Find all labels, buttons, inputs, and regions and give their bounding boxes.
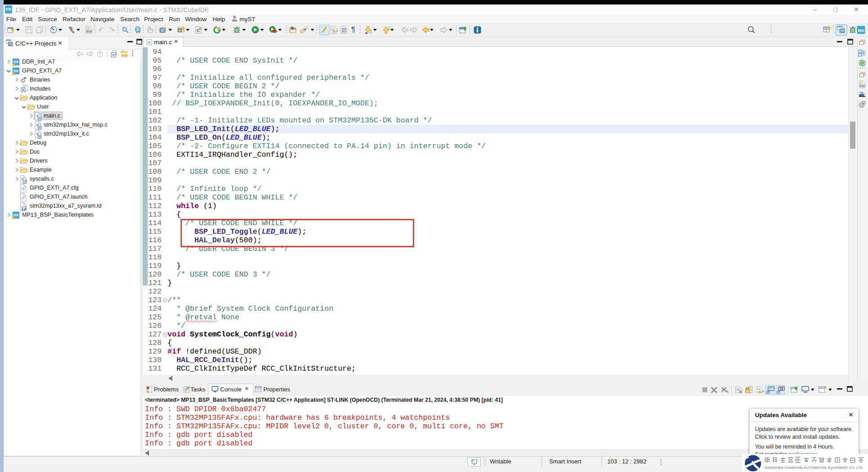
- svg-text:MX: MX: [858, 28, 864, 33]
- svg-text:C: C: [841, 29, 843, 32]
- svg-text:010: 010: [860, 84, 865, 87]
- svg-text:h: h: [22, 88, 24, 92]
- svg-text:C: C: [9, 43, 11, 46]
- svg-text:c: c: [148, 40, 150, 45]
- svg-text:C: C: [161, 28, 164, 32]
- svg-text:LD: LD: [23, 208, 27, 210]
- svg-text:c: c: [179, 29, 181, 32]
- svg-text:010: 010: [86, 30, 92, 33]
